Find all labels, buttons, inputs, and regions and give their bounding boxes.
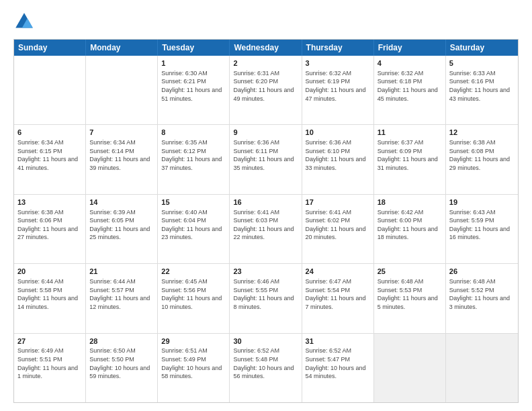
day-info: Sunrise: 6:30 AM Sunset: 6:21 PM Dayligh…	[161, 69, 226, 103]
day-number: 2	[233, 58, 298, 68]
day-number: 31	[306, 336, 370, 347]
day-cell-6: 6Sunrise: 6:34 AM Sunset: 6:15 PM Daylig…	[14, 125, 86, 193]
day-header-tuesday: Tuesday	[158, 40, 230, 56]
day-number: 27	[17, 336, 82, 347]
day-number: 28	[89, 336, 154, 347]
day-number: 7	[89, 128, 154, 138]
day-cell-10: 10Sunrise: 6:36 AM Sunset: 6:10 PM Dayli…	[302, 125, 374, 193]
day-cell-7: 7Sunrise: 6:34 AM Sunset: 6:14 PM Daylig…	[86, 125, 158, 193]
calendar-row-2: 13Sunrise: 6:38 AM Sunset: 6:06 PM Dayli…	[14, 195, 518, 264]
day-number: 14	[89, 197, 154, 208]
day-info: Sunrise: 6:34 AM Sunset: 6:14 PM Dayligh…	[89, 138, 154, 172]
day-cell-25: 25Sunrise: 6:48 AM Sunset: 5:53 PM Dayli…	[374, 264, 446, 332]
day-info: Sunrise: 6:43 AM Sunset: 5:59 PM Dayligh…	[449, 208, 515, 242]
day-cell-29: 29Sunrise: 6:51 AM Sunset: 5:49 PM Dayli…	[158, 334, 230, 402]
day-info: Sunrise: 6:41 AM Sunset: 6:02 PM Dayligh…	[306, 208, 370, 242]
day-number: 15	[161, 197, 226, 208]
page: SundayMondayTuesdayWednesdayThursdayFrid…	[0, 0, 532, 411]
day-number: 25	[378, 267, 442, 277]
day-info: Sunrise: 6:36 AM Sunset: 6:11 PM Dayligh…	[233, 138, 298, 172]
calendar-row-0: 1Sunrise: 6:30 AM Sunset: 6:21 PM Daylig…	[14, 56, 518, 125]
day-cell-28: 28Sunrise: 6:50 AM Sunset: 5:50 PM Dayli…	[86, 334, 158, 402]
day-cell-9: 9Sunrise: 6:36 AM Sunset: 6:11 PM Daylig…	[230, 125, 302, 193]
day-cell-14: 14Sunrise: 6:39 AM Sunset: 6:05 PM Dayli…	[86, 195, 158, 263]
day-cell-12: 12Sunrise: 6:38 AM Sunset: 6:08 PM Dayli…	[446, 125, 518, 193]
day-cell-27: 27Sunrise: 6:49 AM Sunset: 5:51 PM Dayli…	[14, 334, 86, 402]
day-number: 16	[233, 197, 298, 208]
day-number: 11	[378, 128, 442, 138]
day-number: 9	[233, 128, 298, 138]
day-info: Sunrise: 6:52 AM Sunset: 5:47 PM Dayligh…	[306, 347, 370, 380]
day-info: Sunrise: 6:44 AM Sunset: 5:57 PM Dayligh…	[89, 277, 154, 311]
day-cell-5: 5Sunrise: 6:33 AM Sunset: 6:16 PM Daylig…	[446, 56, 518, 124]
day-number: 18	[378, 197, 442, 208]
day-cell-23: 23Sunrise: 6:46 AM Sunset: 5:55 PM Dayli…	[230, 264, 302, 332]
day-number: 12	[449, 128, 515, 138]
day-number: 4	[378, 58, 442, 68]
day-cell-13: 13Sunrise: 6:38 AM Sunset: 6:06 PM Dayli…	[14, 195, 86, 263]
calendar-header: SundayMondayTuesdayWednesdayThursdayFrid…	[14, 40, 518, 56]
day-cell-4: 4Sunrise: 6:32 AM Sunset: 6:18 PM Daylig…	[374, 56, 446, 124]
day-number: 21	[89, 267, 154, 277]
day-info: Sunrise: 6:33 AM Sunset: 6:16 PM Dayligh…	[449, 69, 515, 103]
day-number: 17	[306, 197, 370, 208]
day-number: 13	[17, 197, 82, 208]
day-cell-24: 24Sunrise: 6:47 AM Sunset: 5:54 PM Dayli…	[302, 264, 374, 332]
day-info: Sunrise: 6:38 AM Sunset: 6:06 PM Dayligh…	[17, 208, 82, 242]
day-info: Sunrise: 6:34 AM Sunset: 6:15 PM Dayligh…	[17, 138, 82, 172]
calendar-row-3: 20Sunrise: 6:44 AM Sunset: 5:58 PM Dayli…	[14, 264, 518, 333]
day-cell-8: 8Sunrise: 6:35 AM Sunset: 6:12 PM Daylig…	[158, 125, 230, 193]
day-header-friday: Friday	[374, 40, 446, 56]
day-info: Sunrise: 6:35 AM Sunset: 6:12 PM Dayligh…	[161, 138, 226, 172]
day-info: Sunrise: 6:32 AM Sunset: 6:19 PM Dayligh…	[306, 69, 370, 103]
calendar: SundayMondayTuesdayWednesdayThursdayFrid…	[13, 39, 519, 403]
day-cell-26: 26Sunrise: 6:48 AM Sunset: 5:52 PM Dayli…	[446, 264, 518, 332]
day-cell-3: 3Sunrise: 6:32 AM Sunset: 6:19 PM Daylig…	[302, 56, 374, 124]
day-info: Sunrise: 6:51 AM Sunset: 5:49 PM Dayligh…	[161, 347, 226, 380]
header	[13, 11, 519, 32]
day-cell-30: 30Sunrise: 6:52 AM Sunset: 5:48 PM Dayli…	[230, 334, 302, 402]
day-number: 22	[161, 267, 226, 277]
day-number: 24	[306, 267, 370, 277]
logo-icon	[13, 11, 35, 32]
day-number: 5	[449, 58, 515, 68]
day-info: Sunrise: 6:46 AM Sunset: 5:55 PM Dayligh…	[233, 277, 298, 311]
day-number: 19	[449, 197, 515, 208]
day-number: 1	[161, 58, 226, 68]
logo	[13, 11, 38, 32]
day-info: Sunrise: 6:48 AM Sunset: 5:52 PM Dayligh…	[449, 277, 515, 311]
empty-cell	[14, 56, 86, 124]
day-info: Sunrise: 6:45 AM Sunset: 5:56 PM Dayligh…	[161, 277, 226, 311]
day-info: Sunrise: 6:37 AM Sunset: 6:09 PM Dayligh…	[378, 138, 442, 172]
empty-cell	[446, 334, 518, 402]
calendar-row-4: 27Sunrise: 6:49 AM Sunset: 5:51 PM Dayli…	[14, 334, 518, 402]
day-cell-17: 17Sunrise: 6:41 AM Sunset: 6:02 PM Dayli…	[302, 195, 374, 263]
day-cell-15: 15Sunrise: 6:40 AM Sunset: 6:04 PM Dayli…	[158, 195, 230, 263]
empty-cell	[374, 334, 446, 402]
calendar-body: 1Sunrise: 6:30 AM Sunset: 6:21 PM Daylig…	[14, 56, 518, 402]
day-cell-11: 11Sunrise: 6:37 AM Sunset: 6:09 PM Dayli…	[374, 125, 446, 193]
day-number: 8	[161, 128, 226, 138]
day-number: 29	[161, 336, 226, 347]
day-number: 26	[449, 267, 515, 277]
day-info: Sunrise: 6:48 AM Sunset: 5:53 PM Dayligh…	[378, 277, 442, 311]
day-header-thursday: Thursday	[302, 40, 374, 56]
day-cell-20: 20Sunrise: 6:44 AM Sunset: 5:58 PM Dayli…	[14, 264, 86, 332]
day-info: Sunrise: 6:42 AM Sunset: 6:00 PM Dayligh…	[378, 208, 442, 242]
day-info: Sunrise: 6:41 AM Sunset: 6:03 PM Dayligh…	[233, 208, 298, 242]
day-info: Sunrise: 6:44 AM Sunset: 5:58 PM Dayligh…	[17, 277, 82, 311]
day-info: Sunrise: 6:40 AM Sunset: 6:04 PM Dayligh…	[161, 208, 226, 242]
day-header-saturday: Saturday	[446, 40, 518, 56]
day-number: 10	[306, 128, 370, 138]
day-header-monday: Monday	[86, 40, 158, 56]
day-info: Sunrise: 6:31 AM Sunset: 6:20 PM Dayligh…	[233, 69, 298, 103]
day-header-sunday: Sunday	[14, 40, 86, 56]
day-info: Sunrise: 6:32 AM Sunset: 6:18 PM Dayligh…	[378, 69, 442, 103]
day-cell-31: 31Sunrise: 6:52 AM Sunset: 5:47 PM Dayli…	[302, 334, 374, 402]
day-info: Sunrise: 6:52 AM Sunset: 5:48 PM Dayligh…	[233, 347, 298, 380]
day-info: Sunrise: 6:36 AM Sunset: 6:10 PM Dayligh…	[306, 138, 370, 172]
day-cell-19: 19Sunrise: 6:43 AM Sunset: 5:59 PM Dayli…	[446, 195, 518, 263]
day-info: Sunrise: 6:47 AM Sunset: 5:54 PM Dayligh…	[306, 277, 370, 311]
day-info: Sunrise: 6:38 AM Sunset: 6:08 PM Dayligh…	[449, 138, 515, 172]
day-number: 30	[233, 336, 298, 347]
